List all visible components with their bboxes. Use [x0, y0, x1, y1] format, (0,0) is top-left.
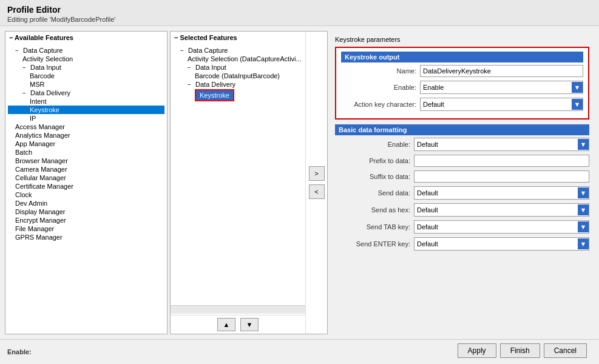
action-key-row: Action key character: Default ▼	[341, 98, 583, 111]
send-hex-label: Send as hex:	[335, 206, 414, 214]
suffix-input[interactable]	[414, 170, 589, 183]
name-input[interactable]	[420, 65, 583, 77]
tree-analytics-manager[interactable]: Analytics Manager	[8, 131, 164, 140]
send-tab-select[interactable]: Default ▼	[414, 220, 589, 234]
tree-keystroke[interactable]: Keystroke	[8, 106, 164, 114]
send-enter-label: Send ENTER key:	[335, 240, 414, 248]
tree-app-manager[interactable]: App Manager	[8, 140, 164, 148]
tree-ip[interactable]: IP	[8, 114, 164, 123]
sel-barcode[interactable]: Barcode (DataInputBarcode)	[173, 72, 303, 80]
enable-select[interactable]: Enable ▼	[420, 81, 583, 94]
tree-data-capture[interactable]: − Data Capture	[8, 46, 164, 55]
prefix-input[interactable]	[414, 155, 589, 167]
enable-label: Enable:	[341, 84, 420, 91]
available-features-header: − Available Features	[5, 32, 167, 44]
action-key-select[interactable]: Default ▼	[420, 98, 583, 111]
tree-file-manager[interactable]: File Manager	[8, 224, 164, 233]
available-features-tree[interactable]: − Data Capture Activity Selection − Data…	[5, 44, 167, 334]
send-hex-select[interactable]: Default ▼	[414, 203, 589, 217]
action-key-dropdown-arrow[interactable]: ▼	[572, 99, 583, 110]
params-panel: Keystroke parameters Keystroke output Na…	[330, 31, 594, 334]
expander-icon[interactable]: −	[22, 64, 29, 71]
send-enter-dropdown-arrow[interactable]: ▼	[578, 238, 589, 249]
tree-intent[interactable]: Intent	[8, 97, 164, 106]
bf-enable-dropdown-arrow[interactable]: ▼	[578, 139, 589, 150]
move-up-button[interactable]: ▲	[217, 318, 235, 331]
tree-dev-admin[interactable]: Dev Admin	[8, 199, 164, 207]
tree-encrypt-manager[interactable]: Encrypt Manager	[8, 216, 164, 224]
dialog-subtitle: Editing profile 'ModifyBarcodeProfile'	[7, 16, 592, 23]
params-title: Keystroke parameters	[335, 36, 589, 43]
name-label: Name:	[341, 67, 420, 75]
selected-features-panel: − Selected Features − Data Capture Activ…	[170, 31, 328, 334]
sel-data-capture[interactable]: − Data Capture	[173, 46, 303, 55]
send-data-label: Send data:	[335, 189, 414, 197]
available-features-panel: − Available Features − Data Capture Acti…	[5, 31, 168, 334]
add-feature-button[interactable]: >	[309, 166, 325, 181]
suffix-row: Suffix to data:	[335, 170, 589, 183]
expander-icon[interactable]: −	[188, 81, 194, 88]
tree-browser-manager[interactable]: Browser Manager	[8, 157, 164, 165]
send-enter-select[interactable]: Default ▼	[414, 237, 589, 251]
send-hex-dropdown-arrow[interactable]: ▼	[578, 204, 589, 215]
prefix-label: Prefix to data:	[335, 157, 414, 164]
remove-feature-button[interactable]: <	[309, 184, 325, 199]
selected-features-tree[interactable]: − Data Capture Activity Selection (DataC…	[171, 44, 305, 304]
tree-data-delivery[interactable]: − Data Delivery	[8, 89, 164, 97]
tree-cellular-manager[interactable]: Cellular Manager	[8, 174, 164, 182]
footer-enable-label: Enable:	[7, 348, 32, 356]
send-enter-row: Send ENTER key: Default ▼	[335, 237, 589, 251]
tree-certificate-manager[interactable]: Certificate Manager	[8, 182, 164, 190]
move-down-button[interactable]: ▼	[240, 318, 259, 331]
send-tab-dropdown-arrow[interactable]: ▼	[578, 221, 589, 232]
send-hex-row: Send as hex: Default ▼	[335, 203, 589, 217]
action-key-label: Action key character:	[341, 101, 420, 108]
tree-batch[interactable]: Batch	[8, 148, 164, 157]
sel-data-input[interactable]: − Data Input	[173, 63, 303, 72]
send-data-select[interactable]: Default ▼	[414, 186, 589, 200]
tree-data-input[interactable]: − Data Input	[8, 63, 164, 72]
keystroke-output-box: Keystroke output Name: Enable: Enable ▼ …	[335, 47, 589, 120]
minus-icon: −	[9, 34, 13, 41]
send-data-dropdown-arrow[interactable]: ▼	[578, 187, 589, 198]
bf-enable-label: Enable:	[335, 141, 414, 148]
tree-access-manager[interactable]: Access Manager	[8, 123, 164, 131]
footer-bar: Enable: Apply Finish Cancel	[0, 339, 599, 364]
main-content: − Available Features − Data Capture Acti…	[0, 26, 599, 339]
nav-buttons: ▲ ▼	[171, 315, 305, 334]
profile-editor-dialog: Profile Editor Editing profile 'ModifyBa…	[0, 0, 599, 364]
tree-clock[interactable]: Clock	[8, 190, 164, 199]
tree-msr[interactable]: MSR	[8, 80, 164, 89]
cancel-button[interactable]: Cancel	[544, 343, 587, 358]
middle-scrollbar[interactable]	[171, 305, 305, 314]
add-remove-buttons: > <	[305, 32, 327, 334]
expander-icon[interactable]: −	[188, 64, 194, 71]
sel-activity-selection[interactable]: Activity Selection (DataCaptureActivi...	[173, 55, 303, 63]
suffix-label: Suffix to data:	[335, 173, 414, 180]
dialog-title: Profile Editor	[7, 5, 592, 15]
send-tab-row: Send TAB key: Default ▼	[335, 220, 589, 234]
expander-icon[interactable]: −	[22, 90, 29, 96]
minus-icon: −	[174, 34, 178, 41]
tree-barcode[interactable]: Barcode	[8, 72, 164, 80]
name-row: Name:	[341, 65, 583, 77]
send-data-row: Send data: Default ▼	[335, 186, 589, 200]
tree-display-manager[interactable]: Display Manager	[8, 207, 164, 216]
tree-activity-selection[interactable]: Activity Selection	[8, 55, 164, 63]
expander-icon[interactable]: −	[15, 47, 21, 54]
tree-camera-manager[interactable]: Camera Manager	[8, 165, 164, 174]
keystroke-output-header: Keystroke output	[341, 52, 583, 62]
sel-keystroke-container: Keystroke	[173, 89, 303, 102]
tree-gprs-manager[interactable]: GPRS Manager	[8, 233, 164, 241]
expander-icon[interactable]: −	[180, 47, 186, 54]
prefix-row: Prefix to data:	[335, 155, 589, 167]
title-bar: Profile Editor Editing profile 'ModifyBa…	[0, 0, 599, 26]
enable-dropdown-arrow[interactable]: ▼	[572, 82, 583, 93]
bf-enable-select[interactable]: Default ▼	[414, 138, 589, 151]
enable-row: Enable: Enable ▼	[341, 81, 583, 94]
apply-button[interactable]: Apply	[458, 343, 496, 358]
finish-button[interactable]: Finish	[500, 343, 540, 358]
sel-keystroke[interactable]: Keystroke	[195, 89, 234, 101]
sel-data-delivery[interactable]: − Data Delivery	[173, 80, 303, 89]
bf-enable-row: Enable: Default ▼	[335, 138, 589, 151]
